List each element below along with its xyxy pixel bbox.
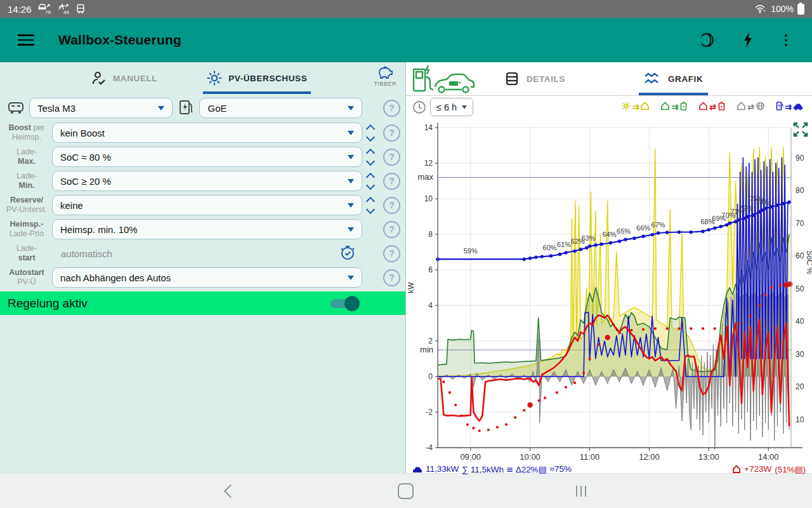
right-tab-bar: DETAILS GRAFIK xyxy=(406,62,812,96)
tab-grafik[interactable]: GRAFIK xyxy=(639,62,708,95)
reserve-value: keine xyxy=(60,200,83,211)
wallbox-dropdown[interactable]: GoE xyxy=(199,98,362,118)
vehicle-dropdown[interactable]: Tesla M3 xyxy=(29,98,173,118)
timer-auto-icon[interactable] xyxy=(339,244,356,261)
chevron-up-icon[interactable] xyxy=(366,124,375,133)
tab-pv-ueberschuss[interactable]: PV-ÜBERSCHUSS xyxy=(203,62,311,94)
nav-home-button[interactable] xyxy=(398,483,414,499)
boost-dropdown[interactable]: kein Boost xyxy=(52,123,362,143)
chevron-down-icon[interactable] xyxy=(366,204,375,213)
svg-text:10: 10 xyxy=(796,415,804,424)
tab-manuell[interactable]: MANUELL xyxy=(88,62,161,94)
regelung-toggle[interactable] xyxy=(331,298,356,309)
tab-details-label: DETAILS xyxy=(527,74,565,84)
nav-recents-button[interactable] xyxy=(576,486,587,497)
dropdown-caret-icon xyxy=(462,105,467,109)
hamburger-menu-icon[interactable] xyxy=(18,31,34,49)
field-row-reserve: Reserve/PV-Unterst.keine? xyxy=(0,193,405,217)
svg-text:kW: kW xyxy=(407,282,416,293)
person-check-icon xyxy=(91,71,107,85)
traffic-car-icon: 75 xyxy=(37,3,51,15)
lade-max-dropdown[interactable]: SoC ≈ 80 % xyxy=(52,147,362,167)
battery-icon xyxy=(717,102,726,112)
car-energy: ∑ 11,5kWh ≅ Δ22%▤ xyxy=(462,464,546,474)
svg-text:59%: 59% xyxy=(464,247,478,255)
chart-lines-icon xyxy=(644,72,660,86)
svg-text:65%: 65% xyxy=(617,227,631,235)
tab-grafik-label: GRAFIK xyxy=(668,74,703,84)
pv-settings-form: Tesla M3 GoE ? Boost perHei xyxy=(0,94,405,290)
help-icon-ladestart[interactable]: ? xyxy=(383,245,400,262)
dropdown-caret-icon xyxy=(348,155,354,159)
svg-text:09:00: 09:00 xyxy=(460,452,481,462)
tab-details[interactable]: DETAILS xyxy=(500,62,570,95)
house-battery-pct: (51%▤) xyxy=(775,464,806,474)
svg-text:-2: -2 xyxy=(426,408,433,417)
chevron-up-icon[interactable] xyxy=(366,172,375,181)
svg-text:12: 12 xyxy=(424,159,433,168)
tibber-button[interactable]: TIBBER xyxy=(374,65,396,87)
chevron-up-icon[interactable] xyxy=(366,196,375,205)
left-tab-bar: MANUELL PV-ÜBERSCHUSS xyxy=(0,62,405,94)
time-range-value: ≤ 6 h xyxy=(436,102,457,112)
ev-charging-station-icon xyxy=(411,64,477,96)
house-icon xyxy=(698,102,708,112)
arrow-icon: ⇄ xyxy=(709,102,716,112)
legend-wallbox-to-car[interactable]: ⇉ xyxy=(776,102,803,112)
ladestart-value: automatisch xyxy=(52,244,362,263)
left-pane-empty-area xyxy=(0,315,405,473)
piggy-bank-icon xyxy=(376,65,394,80)
lade-min-stepper[interactable] xyxy=(362,172,379,190)
overflow-menu-icon[interactable]: ⋮ xyxy=(779,34,793,46)
house-icon xyxy=(737,102,746,112)
svg-text:8: 8 xyxy=(428,230,433,239)
chevron-up-icon[interactable] xyxy=(366,148,375,157)
help-icon-lade-min[interactable]: ? xyxy=(383,173,400,190)
help-icon-lade-max[interactable]: ? xyxy=(383,149,400,166)
help-icon-reserve[interactable]: ? xyxy=(383,197,400,214)
legend-house-to-storage[interactable]: ⇉ xyxy=(660,102,688,112)
wallbox-charger-icon xyxy=(178,100,195,116)
dropdown-caret-icon xyxy=(348,276,354,280)
nav-back-button[interactable] xyxy=(224,484,237,497)
field-row-lade-max: Lade-Max.SoC ≈ 80 %? xyxy=(0,145,405,169)
svg-text:75%: 75% xyxy=(750,195,764,203)
tab-manuell-label: MANUELL xyxy=(113,74,157,83)
lade-min-dropdown[interactable]: SoC ≥ 20 % xyxy=(52,171,362,191)
field-label-autostart: AutostartPV-Ü xyxy=(1,268,52,287)
help-icon-boost[interactable]: ? xyxy=(383,124,400,142)
reserve-dropdown[interactable]: keine xyxy=(52,195,362,215)
boost-stepper[interactable] xyxy=(362,124,379,142)
android-status-bar: 14:26 75 49 100% xyxy=(0,0,812,18)
svg-text:64%: 64% xyxy=(603,231,617,238)
reserve-stepper[interactable] xyxy=(362,196,379,215)
chart-status-row: 11,33kW ∑ 11,5kWh ≅ Δ22%▤ ≈75% +723W (51… xyxy=(406,464,812,474)
flash-bolt-icon[interactable] xyxy=(742,32,754,48)
time-range-dropdown[interactable]: ≤ 6 h xyxy=(430,98,473,116)
svg-text:63%: 63% xyxy=(582,234,596,242)
clock-icon xyxy=(412,100,426,114)
heimsp-prio-dropdown[interactable]: Heimsp. min. 10% xyxy=(52,219,362,239)
svg-text:12:00: 12:00 xyxy=(639,452,660,462)
power-soc-chart: maxmin59%60%61%62%63%64%65%66%67%68%69%7… xyxy=(406,118,812,464)
vehicle-value: Tesla M3 xyxy=(37,103,75,114)
chevron-down-icon[interactable] xyxy=(366,132,375,141)
help-icon-heimsp-prio[interactable]: ? xyxy=(383,221,400,238)
legend-pv-to-house[interactable]: ⇉ xyxy=(621,102,650,112)
help-icon-devices[interactable]: ? xyxy=(383,100,400,117)
lade-max-stepper[interactable] xyxy=(362,148,379,166)
chevron-down-icon[interactable] xyxy=(366,180,375,189)
legend-house-battery-exchange[interactable]: ⇄ xyxy=(698,102,726,112)
dropdown-caret-icon xyxy=(348,227,354,232)
help-icon-autostart[interactable]: ? xyxy=(383,269,400,286)
fullscreen-icon[interactable] xyxy=(792,121,809,138)
svg-text:10: 10 xyxy=(424,194,433,203)
field-label-lade-max: Lade-Max. xyxy=(1,147,52,166)
autostart-dropdown[interactable]: nach Abhängen des Autos xyxy=(52,267,362,288)
legend-house-grid-exchange[interactable]: ⇄ xyxy=(737,102,765,112)
house-power-status: +723W (51%▤) xyxy=(732,464,806,474)
transit-bus-icon xyxy=(75,4,86,14)
night-mode-moon-icon[interactable] xyxy=(702,32,717,48)
chart-legend: ⇉⇉⇄⇄⇉ xyxy=(621,102,803,112)
chevron-down-icon[interactable] xyxy=(366,156,375,165)
